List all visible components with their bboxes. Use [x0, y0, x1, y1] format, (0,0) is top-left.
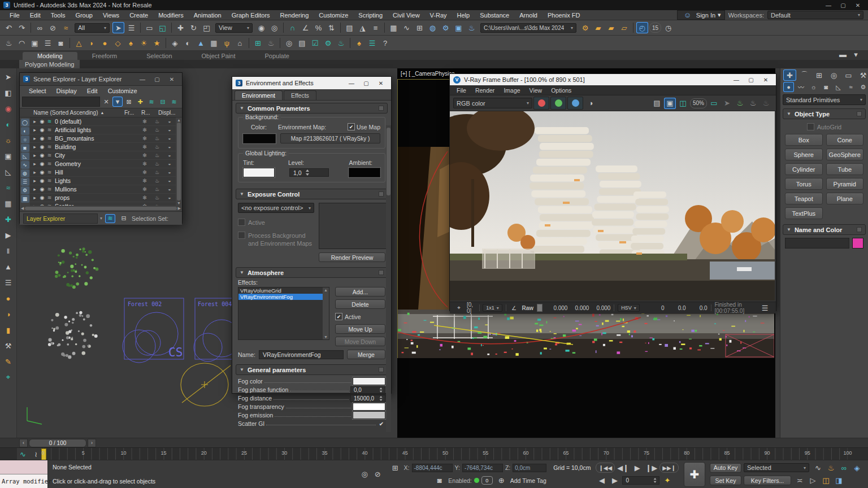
expand-arrow-icon[interactable]: ▸	[31, 169, 38, 175]
key-icon[interactable]: ✦	[661, 475, 673, 486]
maximize-viewport-icon[interactable]: ▣	[29, 37, 41, 49]
minimize-button[interactable]: —	[345, 79, 358, 87]
rollout-arrow-icon[interactable]: ▼	[240, 106, 244, 111]
window-crossing-icon[interactable]: ◱	[157, 22, 168, 33]
filter-helpers-icon[interactable]: ◺	[21, 152, 29, 160]
menu-item[interactable]: Phoenix FD	[542, 12, 585, 19]
menu-item[interactable]: Help	[452, 12, 475, 19]
sign-in-button[interactable]: ☺ Sign In ▾	[677, 10, 725, 20]
listener-macro-row[interactable]	[0, 460, 47, 474]
timeline-ticks[interactable]: 0510152025303540455055606570758085909510…	[43, 448, 848, 460]
red-channel-button[interactable]	[533, 97, 549, 110]
add-tool-icon[interactable]: ✚	[2, 213, 15, 225]
menu-item[interactable]: Customize	[314, 12, 353, 19]
visibility-eye-icon[interactable]: ◉	[38, 186, 46, 192]
object-color-swatch[interactable]	[852, 238, 863, 249]
undo-icon[interactable]: ↶	[3, 22, 15, 33]
primitive-button[interactable]: Tube	[826, 163, 864, 175]
autobackup-minutes-chip[interactable]: 15	[649, 23, 661, 33]
layer-row[interactable]: ▸◉≋Scatter✻♨◒	[30, 202, 176, 206]
ribbon-tab[interactable]: Selection	[132, 52, 186, 60]
display-panel-icon[interactable]: ▣	[2, 150, 15, 162]
scroll-down-icon[interactable]: ▼	[177, 201, 181, 205]
filter-materials-icon[interactable]: ◍	[21, 169, 29, 177]
render-column-header[interactable]: R...	[141, 110, 158, 116]
grid-plus-icon[interactable]: ⊞	[252, 37, 264, 49]
geometry-category-icon[interactable]: ●	[783, 82, 794, 92]
prev-frame-icon[interactable]: ◀❙	[617, 462, 629, 473]
filter-icon[interactable]: ▼	[112, 97, 123, 107]
layer-row[interactable]: ▸◉≋props✻♨◒	[30, 194, 176, 202]
frame-prev-button[interactable]: ‹	[19, 439, 28, 447]
dome-light-icon[interactable]: ◗	[86, 37, 98, 49]
menu-item[interactable]: V-Ray	[425, 12, 452, 19]
vfb-menu-item[interactable]: File	[452, 87, 471, 94]
bar-tool-icon[interactable]: ▮	[2, 324, 15, 336]
flare-icon[interactable]: ★	[151, 37, 163, 49]
channel-dropdown[interactable]: RGB color ▾	[453, 98, 532, 108]
house-icon[interactable]: ⌂	[234, 37, 246, 49]
dialog-scrollbar[interactable]	[386, 125, 391, 432]
primitive-button[interactable]: TextPlus	[785, 207, 823, 219]
help-icon[interactable]: ?	[379, 37, 391, 49]
hsv-value[interactable]: 0.0	[686, 305, 708, 311]
scene-explorer-window[interactable]: 3 Scene Explorer - Layer Explorer —▢✕ Se…	[19, 72, 183, 224]
add-layer-icon[interactable]: ✚	[135, 97, 145, 107]
primitive-button[interactable]: Torus	[785, 178, 823, 190]
rgb-value[interactable]: 0.000	[589, 305, 610, 311]
restore-button[interactable]: ▢	[837, 1, 849, 9]
menu-item[interactable]: Arnold	[514, 12, 542, 19]
sphere-light-icon[interactable]: ●	[99, 37, 111, 49]
freeze-icon[interactable]: ✻	[138, 152, 151, 158]
layout-list-icon[interactable]: ☰	[42, 37, 54, 49]
maxscript-mini-listener[interactable]: Array modifier	[0, 460, 48, 488]
renderable-icon[interactable]: ♨	[151, 127, 163, 133]
measure-icon[interactable]: ◺	[2, 165, 15, 178]
atmosphere-rollout[interactable]: ▼Atmosphere Effects: VRayVolumeGridVRayE…	[236, 267, 388, 361]
expand-arrow-icon[interactable]: ▸	[31, 203, 38, 206]
light-icon[interactable]: ☼	[2, 134, 15, 146]
renderable-icon[interactable]: ♨	[151, 119, 163, 124]
render-preview-button[interactable]: Render Preview	[319, 252, 385, 262]
select-cursor-icon[interactable]: ➤	[2, 71, 15, 83]
primitive-button[interactable]: Box	[785, 134, 823, 146]
layer-icon[interactable]: ≋	[46, 186, 53, 192]
vray-compass-icon[interactable]: ◎	[283, 37, 295, 49]
record-icon[interactable]: ◉	[2, 102, 15, 115]
add-time-tag[interactable]: Add Time Tag	[510, 477, 546, 484]
new-layer-icon[interactable]: ≋	[146, 97, 157, 107]
visibility-eye-icon[interactable]: ◉	[38, 119, 46, 124]
visibility-eye-icon[interactable]: ◉	[38, 144, 46, 150]
common-parameters-rollout[interactable]: ▼Common Parameters Background: Color: En…	[236, 103, 388, 186]
explorer-mode-dropdown[interactable]: Layer Explorer	[23, 213, 98, 224]
bind-to-space-warp-icon[interactable]: ≈	[60, 22, 72, 33]
render-last-icon[interactable]: ♨	[734, 98, 746, 109]
object-name-input[interactable]	[785, 238, 849, 249]
renderable-icon[interactable]: ♨	[151, 203, 163, 206]
scrollbar-thumb[interactable]	[25, 207, 176, 210]
reference-coordinate-dropdown[interactable]: View ▾	[215, 23, 253, 33]
menu-item[interactable]: Edit	[25, 12, 46, 19]
rgb-value[interactable]: 0.000	[567, 305, 589, 311]
environment-tab[interactable]: Effects	[284, 90, 316, 100]
renderable-icon[interactable]: ♨	[151, 178, 163, 184]
freeze-icon[interactable]: ✻	[138, 161, 151, 167]
project-path-dropdown[interactable]: C:\Users\Ivan\...s\3ds Max 2024 ▾	[480, 23, 576, 33]
visibility-eye-icon[interactable]: ◉	[38, 178, 46, 184]
select-object-icon[interactable]: ➤	[112, 22, 124, 33]
ribbon-tab[interactable]: Freeform	[77, 52, 132, 60]
transform-typein-icon[interactable]: ⊞	[389, 462, 401, 473]
display-icon[interactable]: ◒	[163, 152, 176, 158]
hsv-value[interactable]: 0.0	[665, 305, 686, 311]
motion-tab-icon[interactable]: ◎	[827, 69, 840, 81]
merge-button[interactable]: Merge	[347, 350, 385, 359]
layer-row[interactable]: ▸◉≋City✻♨◒	[30, 151, 176, 160]
scene-explorer-menu-item[interactable]: Select	[24, 88, 51, 94]
renderable-icon[interactable]: ♨	[151, 195, 163, 201]
vray-frame-buffer-window[interactable]: V V-Ray Frame Buffer - [100.0% of 890 x …	[449, 73, 776, 311]
select-and-scale-icon[interactable]: ◰	[201, 22, 212, 33]
layer-icon[interactable]: ≋	[46, 152, 53, 158]
display-tab-icon[interactable]: ▭	[842, 69, 855, 81]
exposure-control-rollout[interactable]: ▼Exposure Control <no exposure control> …	[236, 189, 388, 264]
expand-arrow-icon[interactable]: ▸	[31, 144, 38, 150]
